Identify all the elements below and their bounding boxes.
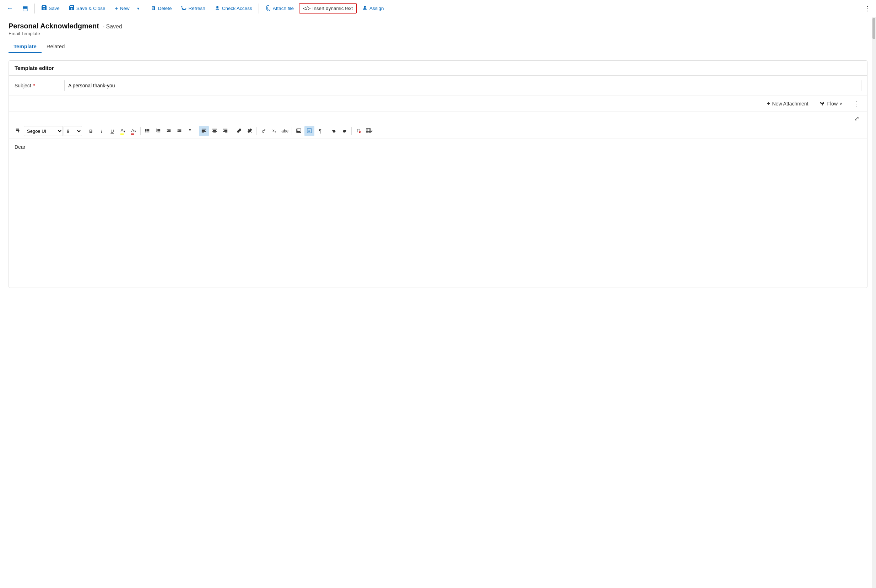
align-right-button[interactable] [220,126,230,136]
rte-div-2 [140,127,141,135]
bold-icon: B [89,129,92,134]
align-center-button[interactable] [210,126,219,136]
paint-format-icon [16,128,21,134]
svg-rect-3 [146,129,149,130]
numbered-button[interactable]: 1.2.3. [153,126,163,136]
align-center-icon [212,128,217,134]
page-header: Personal Acknowledgment - Saved Email Te… [0,17,876,36]
redo-icon [342,128,347,134]
link-icon [237,128,242,134]
check-access-button[interactable]: Check Access [210,3,256,14]
rte-div-7 [327,127,327,135]
editor-more-button[interactable]: ⋮ [851,99,861,108]
undo-icon [331,128,337,134]
indent-button[interactable] [174,126,184,136]
refresh-label: Refresh [189,6,205,11]
popout-button[interactable]: ⬒ [18,3,32,14]
svg-rect-23 [224,130,227,130]
bullets-button[interactable] [143,126,152,136]
new-attachment-button[interactable]: + New Attachment [764,99,811,109]
image-button[interactable] [294,126,304,136]
delete-label: Delete [158,6,172,11]
bold-button[interactable]: B [86,126,96,136]
rte-div-1 [84,127,84,135]
page-title-row: Personal Acknowledgment - Saved [9,22,867,30]
clear-format-button[interactable] [353,126,364,136]
rte-toolbar: Segoe UI 9 B I U A ▾ [9,124,867,138]
rte-div-8 [351,127,352,135]
assign-label: Assign [370,6,384,11]
save-close-button[interactable]: Save & Close [65,3,110,14]
paragraph-mark-button[interactable]: ¶ [315,126,325,136]
subject-required: * [33,83,35,88]
italic-button[interactable]: I [97,126,107,136]
superscript-icon: x2 [262,129,265,134]
rte-editor[interactable]: Dear [9,138,867,288]
bullets-icon [145,128,150,134]
new-icon: + [115,5,118,12]
outdent-icon [166,128,171,134]
page-scrollbar[interactable] [872,17,876,295]
svg-rect-14 [202,129,206,129]
delete-button[interactable]: Delete [147,3,176,14]
svg-rect-13 [157,131,160,132]
attach-file-icon [265,5,271,12]
table-icon [366,128,371,134]
svg-rect-16 [202,131,206,132]
font-color-icon: A [131,128,134,135]
back-icon: ← [7,4,13,12]
refresh-button[interactable]: Refresh [177,3,209,14]
numbered-icon: 1.2.3. [156,128,161,134]
rte-div-3 [197,127,197,135]
insert-dynamic-label: Insert dynamic text [313,6,353,11]
flow-button[interactable]: Flow ∨ [817,99,845,109]
back-button[interactable]: ← [3,3,17,14]
font-family-select[interactable]: Segoe UI [24,126,63,136]
table-button[interactable]: ▾ [364,126,374,136]
tab-template[interactable]: Template [9,40,42,53]
new-dropdown-button[interactable]: ▾ [135,4,141,13]
plus-icon: + [767,100,771,107]
attach-file-button[interactable]: Attach file [261,3,298,14]
save-close-label: Save & Close [77,6,105,11]
link-button[interactable] [234,126,244,136]
svg-point-1 [364,6,366,8]
svg-rect-5 [146,130,149,131]
svg-rect-20 [212,131,217,132]
new-button[interactable]: + New [111,3,134,14]
strikethrough-button[interactable]: abc [280,126,290,136]
font-size-select[interactable]: 9 [63,126,82,136]
field-icon: ⊞ [307,128,312,134]
new-attachment-label: New Attachment [772,101,808,106]
paint-format-button[interactable] [13,126,23,136]
italic-icon: I [101,129,102,134]
unlink-button[interactable] [245,126,255,136]
new-dropdown-icon: ▾ [137,6,139,11]
subscript-button[interactable]: x2 [269,126,279,136]
assign-button[interactable]: Assign [358,3,388,14]
insert-dynamic-button[interactable]: </> Insert dynamic text [299,3,357,14]
image-icon [296,128,301,134]
svg-rect-7 [146,131,149,132]
align-left-button[interactable] [199,126,209,136]
align-left-icon [201,128,206,134]
save-button[interactable]: Save [37,3,63,14]
highlight-button[interactable]: A ▾ [118,126,128,136]
editor-card: Template editor Subject * + New Attachme… [9,60,867,288]
outdent-button[interactable] [164,126,174,136]
scrollbar-thumb[interactable] [873,18,875,39]
redo-button[interactable] [340,126,350,136]
tab-related[interactable]: Related [42,40,70,53]
font-color-button[interactable]: A ▾ [129,126,138,136]
page-title: Personal Acknowledgment [9,22,99,30]
subject-input[interactable] [64,80,861,91]
editor-card-title: Template editor [9,61,867,76]
field-button[interactable]: ⊞ [304,126,314,136]
underline-button[interactable]: U [107,126,117,136]
expand-button[interactable]: ⤢ [852,114,861,123]
undo-button[interactable] [329,126,339,136]
superscript-button[interactable]: x2 [258,126,269,136]
more-options-button[interactable]: ⋮ [862,3,873,14]
separator-2 [144,3,144,14]
blockquote-button[interactable]: " [185,126,195,136]
